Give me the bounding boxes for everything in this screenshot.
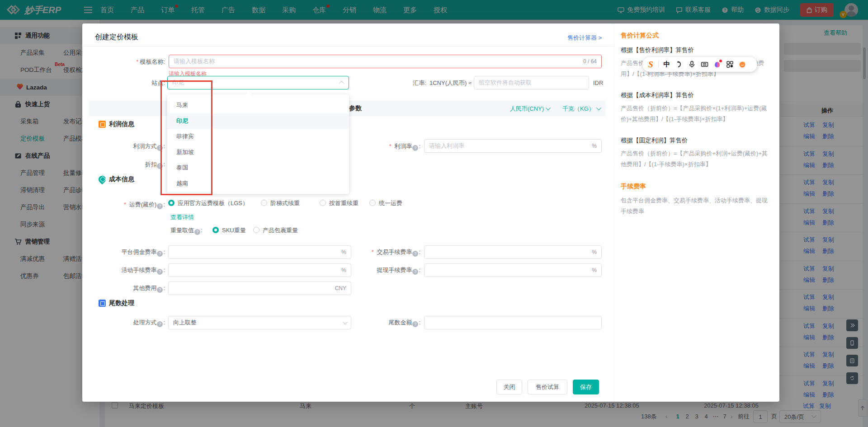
formula-text: 产品售价（折前价）=【产品采购价×(1+利润率)+运费(藏价)+其他费用】/【(… xyxy=(621,103,770,125)
close-button[interactable]: 关闭 xyxy=(496,380,522,394)
platform-fee-input[interactable]: % xyxy=(168,245,351,259)
tail-section-icon xyxy=(99,300,106,307)
fee-rate-title: 手续费率 xyxy=(621,183,770,191)
radio-package-weight[interactable]: 产品包裹重量 xyxy=(253,226,298,235)
tail-section-header: 尾数处理 xyxy=(99,299,134,307)
withdraw-fee-input[interactable]: % xyxy=(424,263,602,277)
exchange-rate-input[interactable]: 留空软件将自动获取 xyxy=(474,76,589,89)
sogou-input-toolbar: S 中 xyxy=(642,57,757,72)
weight-unit-select[interactable]: 千克（KG） xyxy=(562,105,600,113)
radio-icon xyxy=(369,200,376,206)
help-icon: ? xyxy=(412,145,418,151)
profit-rate-label: 利润率?: xyxy=(338,142,420,151)
formula-text: 产品售价（折前价）=【产品采购价+利润+运费(藏价)+其他费用】/【(1-手续费… xyxy=(621,148,770,170)
radio-sku-weight[interactable]: SKU重量 xyxy=(212,226,246,235)
radio-selected-icon xyxy=(168,200,175,206)
radio-selected-icon xyxy=(212,227,219,233)
help-icon: ? xyxy=(157,269,163,275)
radio-icon xyxy=(320,200,326,206)
withdraw-fee-label: 提现手续费率?: xyxy=(338,266,420,275)
char-counter: 0 / 64 xyxy=(580,58,597,65)
help-icon: ? xyxy=(157,251,163,257)
weight-value-label: 重量取值?: xyxy=(170,226,203,235)
chinese-mode-icon[interactable]: 中 xyxy=(664,60,670,69)
cost-section-icon xyxy=(97,174,108,185)
dialog-title: 创建定价模板 xyxy=(95,33,138,42)
toolbox-grid-icon[interactable] xyxy=(726,61,734,68)
price-calculator-link[interactable]: 售价计算器 > xyxy=(567,34,602,42)
radio-icon xyxy=(253,227,259,233)
skin-paint-icon[interactable] xyxy=(713,61,721,68)
annotation-highlight-rectangle xyxy=(160,80,212,195)
template-name-input[interactable]: 请输入模板名称 0 / 64 xyxy=(169,55,602,68)
help-icon: ? xyxy=(412,269,418,275)
emoji-icon[interactable] xyxy=(739,61,746,68)
weight-radio-group: 重量取值?: SKU重量 产品包裹重量 xyxy=(170,226,442,235)
keyboard-icon[interactable] xyxy=(701,61,708,68)
help-icon: ? xyxy=(157,287,163,293)
profit-section-header: 利润信息 xyxy=(99,120,134,128)
radio-first-continue-weight[interactable]: 按首重续重 xyxy=(320,199,359,207)
formula-heading: 根据【固定利润】算售价 xyxy=(621,136,770,145)
currency-unit-select[interactable]: 人民币(CNY) xyxy=(510,105,549,113)
price-trial-button[interactable]: 售价试算 xyxy=(528,380,567,394)
radio-tiered-weight[interactable]: 阶梯式续重 xyxy=(261,199,300,207)
radio-official-template[interactable]: 应用官方运费模板（LGS） xyxy=(168,199,248,207)
transaction-fee-label: 交易手续费率?: xyxy=(338,248,420,257)
profit-method-label: 利润方式?: xyxy=(82,142,165,151)
help-icon: ? xyxy=(157,203,163,209)
chevron-up-icon xyxy=(339,81,344,86)
help-icon: ? xyxy=(194,229,200,235)
params-bar-label: 参数 xyxy=(349,104,362,113)
other-fee-label: 其他费用?: xyxy=(82,284,165,293)
tail-amount-input[interactable] xyxy=(424,316,602,329)
microphone-icon[interactable] xyxy=(688,61,696,68)
tail-method-label: 处理方式?: xyxy=(82,319,165,327)
formula-panel-title: 售价计算公式 xyxy=(621,32,770,40)
help-icon: ? xyxy=(412,321,418,327)
notification-dot xyxy=(719,60,722,62)
activity-fee-input[interactable]: % xyxy=(168,263,351,277)
discount-label: 折扣?: xyxy=(82,160,165,169)
rate-suffix: IDR xyxy=(593,79,603,87)
sogou-logo-icon[interactable]: S xyxy=(648,60,653,70)
other-fee-input[interactable]: CNY xyxy=(168,282,351,295)
chevron-down-icon xyxy=(546,105,551,110)
site-label: 站点: xyxy=(82,79,165,87)
platform-fee-label: 平台佣金费率?: xyxy=(82,248,165,257)
radio-icon xyxy=(261,200,267,206)
header-divider xyxy=(82,46,614,47)
profit-rate-input[interactable]: 请输入利润率 % xyxy=(424,139,602,153)
help-panel: 售价计算公式 根据【售价利润率】算售价 产品售价（折前价）=【产品采购价+运费(… xyxy=(614,23,779,402)
formula-heading: 根据【售价利润率】算售价 xyxy=(621,46,770,54)
exchange-rate-label: 汇率: xyxy=(354,79,426,87)
tail-amount-label: 尾数金额?: xyxy=(338,319,420,327)
toolbar-divider xyxy=(658,61,659,68)
chevron-down-icon xyxy=(596,105,601,110)
template-name-label: 模板名称: xyxy=(82,58,165,66)
app-window: 妙手ERP 首页 产品 订单 托管 广告 数据 采购 仓库 分销 物流 更多 授… xyxy=(0,0,868,427)
transaction-fee-input[interactable]: % xyxy=(424,245,602,259)
fee-rate-text: 包含平台佣金费率、交易手续费率、活动手续费率、提现手续费率 xyxy=(621,195,770,217)
shipping-radio-group: 应用官方运费模板（LGS） 阶梯式续重 按首重续重 统一运费 xyxy=(168,199,494,208)
profit-section-icon xyxy=(99,121,106,128)
help-icon: ? xyxy=(412,251,418,257)
view-detail-link[interactable]: 查看详情 xyxy=(170,213,194,221)
cost-section-header: 成本信息 xyxy=(99,175,134,183)
formula-heading: 根据【成本利润率】算售价 xyxy=(621,91,770,99)
save-button[interactable]: 保存 xyxy=(573,380,599,394)
tail-method-select[interactable]: 向上取整 xyxy=(168,316,351,329)
activity-fee-label: 活动手续费率?: xyxy=(82,266,165,275)
handwriting-icon[interactable] xyxy=(675,61,683,68)
shipping-label: 运费(藏价)?: xyxy=(82,201,165,209)
help-icon: ? xyxy=(157,321,163,327)
rate-prefix: 1CNY(人民币) ≈ xyxy=(429,79,472,87)
radio-unified-shipping[interactable]: 统一运费 xyxy=(369,199,402,207)
